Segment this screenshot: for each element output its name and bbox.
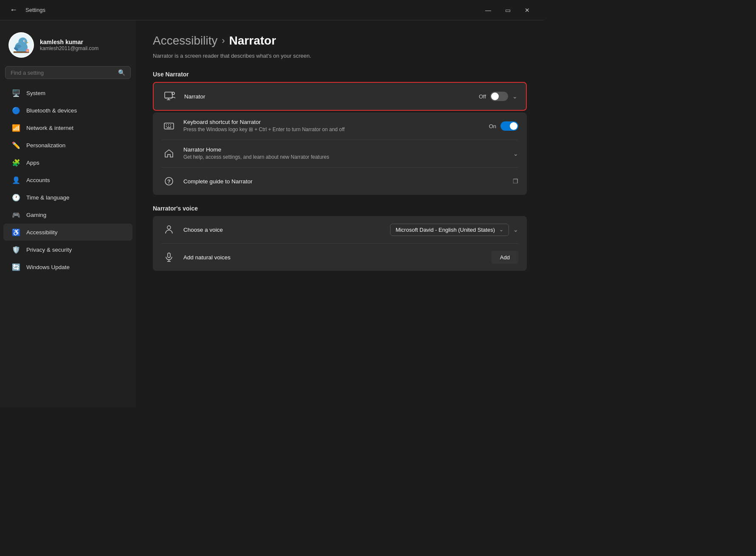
sidebar-item-system[interactable]: 🖥️System bbox=[3, 84, 132, 101]
sidebar-item-label-accounts: Accounts bbox=[26, 177, 50, 183]
narrators-voice-title: Narrator's voice bbox=[153, 205, 527, 212]
sidebar-item-accounts[interactable]: 👤Accounts bbox=[3, 171, 132, 188]
gaming-nav-icon: 🎮 bbox=[12, 211, 20, 219]
maximize-button[interactable]: ▭ bbox=[498, 3, 517, 17]
toggle-thumb-2 bbox=[510, 122, 517, 130]
sidebar-item-label-bluetooth: Bluetooth & devices bbox=[26, 107, 77, 114]
voice-person-icon bbox=[161, 222, 177, 237]
keyboard-icon bbox=[161, 118, 177, 134]
choose-voice-control[interactable]: Microsoft David - English (United States… bbox=[390, 224, 518, 236]
svg-point-3 bbox=[18, 37, 27, 46]
keyboard-shortcut-toggle[interactable] bbox=[500, 121, 518, 131]
personalization-nav-icon: ✏️ bbox=[12, 141, 20, 149]
voice-dropdown[interactable]: Microsoft David - English (United States… bbox=[390, 224, 509, 236]
narrator-home-row[interactable]: Narrator Home Get help, access settings,… bbox=[153, 140, 527, 167]
keyboard-shortcut-title: Keyboard shortcut for Narrator bbox=[183, 119, 482, 125]
sidebar-item-apps[interactable]: 🧩Apps bbox=[3, 154, 132, 171]
window-controls: — ▭ ✕ bbox=[478, 3, 537, 17]
narrator-home-chevron-icon[interactable]: ⌄ bbox=[513, 150, 518, 157]
search-icon: 🔍 bbox=[118, 69, 125, 76]
user-info: kamlesh kumar kamlesh2011@gmail.com bbox=[40, 39, 98, 51]
svg-point-9 bbox=[27, 50, 28, 51]
narrator-home-subtitle: Get help, access settings, and learn abo… bbox=[183, 154, 506, 161]
narrator-row[interactable]: Narrator Off ⌄ bbox=[154, 83, 526, 110]
sidebar-item-label-system: System bbox=[26, 90, 45, 96]
keyboard-shortcut-row[interactable]: Keyboard shortcut for Narrator Press the… bbox=[153, 112, 527, 140]
choose-voice-title: Choose a voice bbox=[183, 227, 383, 233]
avatar bbox=[8, 32, 34, 58]
voice-dropdown-arrow-icon: ⌄ bbox=[499, 227, 503, 233]
minimize-button[interactable]: — bbox=[478, 3, 498, 17]
microphone-icon bbox=[161, 250, 177, 265]
choose-voice-row[interactable]: Choose a voice Microsoft David - English… bbox=[153, 216, 527, 243]
accessibility-nav-icon: ♿ bbox=[12, 228, 20, 236]
keyboard-shortcut-text: Keyboard shortcut for Narrator Press the… bbox=[183, 119, 482, 133]
complete-guide-text: Complete guide to Narrator bbox=[183, 178, 506, 185]
svg-point-5 bbox=[24, 41, 25, 42]
choose-voice-chevron-icon[interactable]: ⌄ bbox=[513, 226, 518, 233]
narrator-card: Narrator Off ⌄ bbox=[153, 82, 527, 111]
narrator-home-title: Narrator Home bbox=[183, 146, 506, 153]
sidebar-item-label-privacy: Privacy & security bbox=[26, 247, 72, 253]
privacy-nav-icon: 🛡️ bbox=[12, 245, 20, 254]
svg-text:?: ? bbox=[167, 178, 171, 185]
sidebar-item-personalization[interactable]: ✏️Personalization bbox=[3, 137, 132, 154]
breadcrumb-separator: › bbox=[222, 35, 225, 46]
user-profile[interactable]: kamlesh kumar kamlesh2011@gmail.com bbox=[0, 27, 136, 66]
home-icon bbox=[161, 146, 177, 161]
user-name: kamlesh kumar bbox=[40, 39, 98, 45]
search-box[interactable]: 🔍 bbox=[5, 66, 131, 79]
title-bar: ← Settings — ▭ ✕ bbox=[0, 0, 544, 20]
narrator-icon bbox=[162, 89, 177, 104]
toggle-thumb bbox=[491, 93, 499, 100]
help-icon: ? bbox=[161, 174, 177, 189]
keyboard-shortcut-control: On bbox=[489, 121, 518, 131]
add-natural-voices-control: Add bbox=[492, 251, 518, 264]
network-nav-icon: 📶 bbox=[12, 124, 20, 132]
back-button[interactable]: ← bbox=[7, 3, 20, 17]
apps-nav-icon: 🧩 bbox=[12, 158, 20, 167]
sidebar-item-label-apps: Apps bbox=[26, 160, 39, 166]
accounts-nav-icon: 👤 bbox=[12, 176, 20, 184]
svg-rect-16 bbox=[164, 123, 174, 129]
narrator-chevron-icon[interactable]: ⌄ bbox=[512, 93, 517, 100]
system-nav-icon: 🖥️ bbox=[12, 89, 20, 97]
breadcrumb: Accessibility › Narrator bbox=[153, 34, 527, 48]
page-description: Narrator is a screen reader that describ… bbox=[153, 53, 527, 59]
main-content: Accessibility › Narrator Narrator is a s… bbox=[136, 20, 544, 407]
sidebar-item-label-personalization: Personalization bbox=[26, 142, 65, 149]
choose-voice-text: Choose a voice bbox=[183, 227, 383, 233]
external-link-icon[interactable]: ❐ bbox=[513, 178, 518, 185]
narrator-toggle[interactable] bbox=[490, 92, 508, 101]
add-natural-voices-text: Add natural voices bbox=[183, 254, 485, 261]
breadcrumb-parent[interactable]: Accessibility bbox=[153, 34, 217, 48]
narrator-home-control: ⌄ bbox=[513, 150, 518, 157]
time-nav-icon: 🕐 bbox=[12, 193, 20, 202]
user-email: kamlesh2011@gmail.com bbox=[40, 45, 98, 51]
complete-guide-title: Complete guide to Narrator bbox=[183, 178, 506, 185]
update-nav-icon: 🔄 bbox=[12, 263, 20, 271]
narrator-toggle-label: Off bbox=[479, 93, 486, 100]
sidebar-item-update[interactable]: 🔄Windows Update bbox=[3, 258, 132, 275]
add-button[interactable]: Add bbox=[492, 251, 518, 264]
use-narrator-section-title: Use Narrator bbox=[153, 71, 527, 78]
sidebar-item-gaming[interactable]: 🎮Gaming bbox=[3, 206, 132, 223]
breadcrumb-current: Narrator bbox=[229, 34, 276, 48]
sidebar-item-privacy[interactable]: 🛡️Privacy & security bbox=[3, 241, 132, 258]
app-title: Settings bbox=[25, 7, 45, 13]
close-button[interactable]: ✕ bbox=[517, 3, 537, 17]
svg-point-26 bbox=[167, 226, 171, 229]
voice-card: Choose a voice Microsoft David - English… bbox=[153, 216, 527, 271]
sidebar-item-network[interactable]: 📶Network & internet bbox=[3, 119, 132, 136]
keyboard-shortcut-card: Keyboard shortcut for Narrator Press the… bbox=[153, 112, 527, 195]
sidebar-item-bluetooth[interactable]: 🔵Bluetooth & devices bbox=[3, 102, 132, 119]
nav-list: 🖥️System🔵Bluetooth & devices📶Network & i… bbox=[0, 84, 136, 276]
sidebar-item-time[interactable]: 🕐Time & language bbox=[3, 189, 132, 206]
sidebar-item-accessibility[interactable]: ♿Accessibility bbox=[3, 224, 132, 241]
sidebar-item-label-time: Time & language bbox=[26, 194, 70, 201]
complete-guide-row[interactable]: ? Complete guide to Narrator ❐ bbox=[153, 168, 527, 195]
search-input[interactable] bbox=[11, 70, 115, 76]
add-natural-voices-title: Add natural voices bbox=[183, 254, 485, 261]
app-container: kamlesh kumar kamlesh2011@gmail.com 🔍 🖥️… bbox=[0, 20, 544, 407]
add-natural-voices-row[interactable]: Add natural voices Add bbox=[153, 244, 527, 271]
